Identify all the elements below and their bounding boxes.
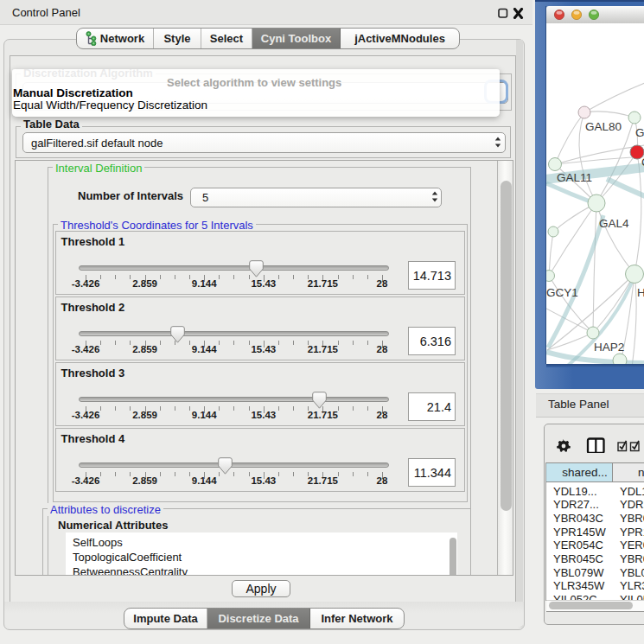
svg-text:HAP2: HAP2 [594, 341, 624, 354]
svg-text:HIS4: HIS4 [637, 286, 644, 299]
svg-text:GAL4: GAL4 [599, 217, 629, 230]
svg-text:GAL80: GAL80 [585, 120, 622, 133]
svg-text:GCY1: GCY1 [546, 286, 578, 299]
svg-text:GAL7: GAL7 [635, 126, 644, 139]
svg-text:GAL11: GAL11 [557, 171, 592, 184]
